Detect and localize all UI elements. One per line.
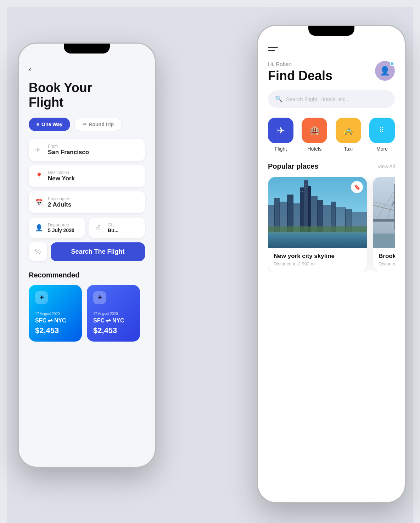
flight-card-1[interactable]: ✈ 17 August 2020 SFC ⇌ NYC $2,453 bbox=[87, 285, 140, 342]
avatar[interactable]: 👤 bbox=[375, 61, 395, 81]
brooklyn-distance: Distance to 2.128 m... bbox=[379, 261, 395, 266]
brooklyn-info: Brooklyn br... Distance to 2.128 m... bbox=[373, 248, 395, 271]
power-button bbox=[155, 107, 156, 129]
search-flight-button[interactable]: Search The Flight bbox=[51, 242, 145, 261]
back-button[interactable]: ‹ bbox=[29, 65, 145, 74]
flight-category-label: Flight bbox=[275, 146, 287, 152]
departures-icon: 👤 bbox=[35, 224, 43, 232]
ham-line-1 bbox=[268, 47, 278, 48]
passengers-input[interactable]: 📅 Passengers 2 Adults bbox=[29, 191, 145, 213]
discount-button[interactable]: % bbox=[29, 242, 47, 261]
taxi-category-label: Taxi bbox=[344, 146, 353, 152]
hotels-category-label: Hotels bbox=[307, 146, 321, 152]
flight-card-price-1: $2,453 bbox=[93, 326, 134, 335]
more-category-icon: ⠿ bbox=[369, 118, 395, 143]
vol-up-button bbox=[18, 100, 19, 114]
discount-icon: % bbox=[35, 248, 41, 255]
svg-rect-7 bbox=[300, 187, 305, 232]
avatar-icon: 👤 bbox=[380, 66, 390, 76]
departures-value: 5 July 2020 bbox=[48, 227, 74, 233]
nyc-distance: Distance to 2.902 mi bbox=[274, 261, 362, 266]
svg-rect-23 bbox=[268, 232, 367, 234]
brooklyn-name: Brooklyn br... bbox=[379, 253, 395, 260]
svg-rect-30 bbox=[373, 221, 395, 222]
flight-card-0[interactable]: ✈ 17 August 2020 SFC ⇌ NYC $2,453 bbox=[29, 285, 82, 342]
destination-icon: 📍 bbox=[35, 172, 43, 180]
find-deals-title: Find Deals bbox=[268, 68, 332, 83]
svg-rect-40 bbox=[373, 234, 395, 248]
greeting: Hi, Robert bbox=[268, 61, 332, 67]
category-more[interactable]: ⠿ More bbox=[369, 118, 395, 152]
popular-header: Popular places View All bbox=[268, 162, 395, 170]
passengers-value: 2 Adults bbox=[48, 201, 71, 208]
destination-value: New York bbox=[48, 175, 75, 182]
svg-rect-1 bbox=[268, 232, 367, 248]
class-value: Bu... bbox=[108, 227, 118, 233]
from-input[interactable]: ✈ From San Francisco bbox=[29, 139, 145, 161]
place-card-nyc[interactable]: 🔖 New york city skyline Distance to 2.90… bbox=[268, 177, 367, 271]
notch-left bbox=[64, 44, 110, 54]
flight-card-route-0: SFC ⇌ NYC bbox=[35, 317, 75, 324]
search-icon: 🔍 bbox=[275, 95, 282, 103]
nyc-name: New york city skyline bbox=[274, 253, 362, 260]
svg-rect-5 bbox=[287, 195, 293, 232]
ham-line-2 bbox=[268, 50, 275, 51]
class-icon: 🖨 bbox=[95, 224, 103, 231]
flight-card-icon-1: ✈ bbox=[93, 291, 106, 304]
svg-rect-20 bbox=[305, 184, 306, 185]
taxi-category-icon: 🚕 bbox=[336, 118, 361, 143]
bookmark-nyc[interactable]: 🔖 bbox=[351, 181, 363, 193]
view-all-link[interactable]: View All bbox=[377, 164, 395, 169]
places-row: 🔖 New york city skyline Distance to 2.90… bbox=[268, 177, 395, 271]
more-category-label: More bbox=[376, 146, 388, 152]
from-value: San Francisco bbox=[48, 149, 89, 156]
vol-down-button bbox=[18, 118, 19, 132]
avatar-online-dot bbox=[390, 62, 394, 66]
right-phone: Hi, Robert Find Deals 👤 🔍 Search Flight,… bbox=[257, 25, 406, 503]
flight-card-route-1: SFC ⇌ NYC bbox=[93, 317, 134, 324]
flight-card-icon-0: ✈ bbox=[35, 291, 48, 304]
flight-card-date-1: 17 August 2020 bbox=[93, 312, 134, 316]
recommended-title: Recommended bbox=[29, 271, 145, 279]
passengers-icon: 📅 bbox=[35, 198, 43, 206]
flight-card-date-0: 17 August 2020 bbox=[35, 312, 75, 316]
category-hotels[interactable]: 🏨 Hotels bbox=[302, 118, 327, 152]
nyc-image: 🔖 bbox=[268, 177, 367, 248]
header-row: Hi, Robert Find Deals 👤 bbox=[268, 61, 395, 83]
destination-input[interactable]: 📍 Destination New York bbox=[29, 165, 145, 187]
departures-row: 👤 Departures 5 July 2020 🖨 Cl... Bu... bbox=[29, 218, 145, 238]
right-vol-down bbox=[257, 107, 258, 122]
page-title: Book YourFlight bbox=[29, 80, 145, 110]
from-icon: ✈ bbox=[35, 146, 43, 154]
category-flight[interactable]: ✈ Flight bbox=[268, 118, 293, 152]
svg-rect-21 bbox=[305, 187, 306, 188]
right-power-button bbox=[405, 97, 406, 120]
left-phone: ‹ Book YourFlight One Way ⇌ Round trip ✈… bbox=[18, 43, 156, 468]
brooklyn-image bbox=[373, 177, 395, 248]
search-bar[interactable]: 🔍 Search Flight, Hotels, etc... bbox=[268, 90, 395, 108]
trip-tabs: One Way ⇌ Round trip bbox=[29, 118, 145, 131]
categories: ✈ Flight 🏨 Hotels 🚕 Taxi ⠿ More bbox=[268, 118, 395, 152]
tab-dot bbox=[37, 123, 39, 126]
hamburger-menu[interactable] bbox=[268, 47, 395, 51]
notch-right bbox=[308, 26, 354, 36]
flight-category-icon: ✈ bbox=[268, 118, 293, 143]
flight-card-price-0: $2,453 bbox=[35, 326, 75, 335]
tab-round-trip[interactable]: ⇌ Round trip bbox=[74, 118, 122, 131]
departures-input[interactable]: 👤 Departures 5 July 2020 bbox=[29, 218, 85, 238]
svg-rect-17 bbox=[301, 191, 301, 192]
svg-rect-19 bbox=[301, 195, 301, 195]
svg-rect-18 bbox=[302, 191, 303, 192]
class-input[interactable]: 🖨 Cl... Bu... bbox=[89, 218, 145, 238]
hotels-category-icon: 🏨 bbox=[302, 118, 327, 143]
flight-cards: ✈ 17 August 2020 SFC ⇌ NYC $2,453 ✈ 17 A… bbox=[29, 285, 145, 342]
popular-title: Popular places bbox=[268, 162, 318, 170]
search-placeholder: Search Flight, Hotels, etc... bbox=[286, 96, 350, 102]
right-vol-up bbox=[257, 90, 258, 104]
category-taxi[interactable]: 🚕 Taxi bbox=[336, 118, 361, 152]
nyc-info: New york city skyline Distance to 2.902 … bbox=[268, 248, 367, 271]
tab-one-way[interactable]: One Way bbox=[29, 118, 70, 131]
place-card-brooklyn[interactable]: Brooklyn br... Distance to 2.128 m... bbox=[373, 177, 395, 271]
search-row: % Search The Flight bbox=[29, 242, 145, 261]
